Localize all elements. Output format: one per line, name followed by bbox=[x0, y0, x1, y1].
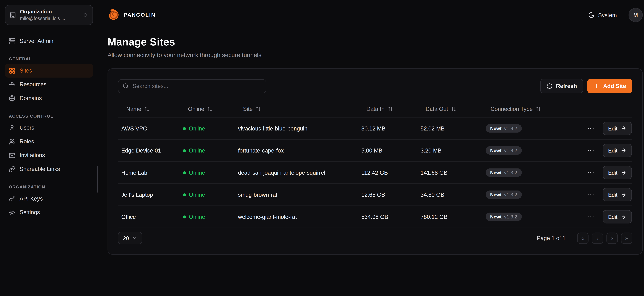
edit-button[interactable]: Edit bbox=[603, 166, 632, 179]
conn-version: v1.3.2 bbox=[504, 148, 517, 153]
edit-button[interactable]: Edit bbox=[603, 188, 632, 201]
refresh-label: Refresh bbox=[556, 83, 577, 89]
site-slug: vivacious-little-blue-penguin bbox=[235, 125, 358, 132]
site-status: Online bbox=[180, 192, 235, 198]
section-label-access-control: ACCESS CONTROL bbox=[9, 113, 93, 118]
chevron-left-icon: ‹ bbox=[596, 235, 598, 241]
table-footer: 20 Page 1 of 1 « ‹ › » bbox=[118, 232, 632, 244]
edit-button[interactable]: Edit bbox=[603, 144, 632, 157]
row-menu-button[interactable]: ⋯ bbox=[586, 190, 596, 200]
edit-button[interactable]: Edit bbox=[603, 210, 632, 224]
row-actions: ⋯ Edit bbox=[582, 122, 633, 135]
plus-icon bbox=[594, 83, 600, 89]
avatar[interactable]: M bbox=[628, 8, 643, 22]
row-menu-button[interactable]: ⋯ bbox=[586, 167, 596, 178]
conn-name: Newt bbox=[490, 126, 502, 131]
column-header-data-out[interactable]: Data Out bbox=[417, 106, 482, 112]
sidebar-item-invitations[interactable]: Invitations bbox=[5, 148, 93, 162]
chevrons-up-down-icon bbox=[82, 12, 88, 18]
link-icon bbox=[9, 166, 16, 172]
section-label-general: GENERAL bbox=[9, 56, 93, 61]
pagination: Page 1 of 1 « ‹ › » bbox=[537, 232, 632, 244]
last-page-button[interactable]: » bbox=[621, 232, 632, 244]
org-value: milo@fossorial.io's ... bbox=[20, 15, 79, 22]
row-menu-button[interactable]: ⋯ bbox=[586, 145, 596, 156]
data-in-value: 30.12 MB bbox=[358, 125, 417, 132]
sites-card: Refresh Add Site Name Onl bbox=[108, 68, 643, 255]
sort-icon bbox=[144, 106, 150, 112]
site-name: Office bbox=[118, 214, 180, 220]
theme-toggle[interactable]: System bbox=[586, 11, 620, 19]
add-site-button[interactable]: Add Site bbox=[587, 79, 632, 94]
org-selector-text: Organization milo@fossorial.io's ... bbox=[20, 9, 79, 21]
sidebar-item-label: Shareable Links bbox=[20, 166, 60, 172]
server-icon bbox=[9, 38, 16, 44]
sidebar-item-label: Settings bbox=[20, 209, 40, 216]
site-name: Edge Device 01 bbox=[118, 147, 180, 154]
sidebar-item-settings[interactable]: Settings bbox=[5, 206, 93, 219]
moon-icon bbox=[588, 12, 595, 18]
table-row: Home Lab Online dead-san-joaquin-antelop… bbox=[118, 162, 632, 184]
sidebar-item-domains[interactable]: Domains bbox=[5, 91, 93, 105]
data-in-value: 5.00 MB bbox=[358, 147, 417, 154]
conn-version: v1.3.2 bbox=[504, 192, 517, 197]
row-actions: ⋯ Edit bbox=[582, 144, 633, 157]
sidebar-item-label: Server Admin bbox=[20, 38, 53, 44]
next-page-button[interactable]: › bbox=[606, 232, 618, 244]
org-label: Organization bbox=[20, 9, 79, 15]
data-in-value: 12.65 GB bbox=[358, 192, 417, 198]
refresh-icon bbox=[546, 83, 553, 89]
building-icon bbox=[10, 12, 16, 18]
top-bar-right: System M bbox=[586, 8, 643, 22]
data-out-value: 34.80 GB bbox=[417, 192, 482, 198]
site-slug: welcome-giant-mole-rat bbox=[235, 214, 358, 220]
column-header-online[interactable]: Online bbox=[180, 106, 235, 112]
sidebar-item-label: Sites bbox=[20, 68, 32, 74]
column-header-data-in[interactable]: Data In bbox=[358, 106, 417, 112]
user-icon bbox=[9, 124, 16, 131]
row-menu-button[interactable]: ⋯ bbox=[586, 212, 596, 222]
connection-type-cell: Newtv1.3.2 bbox=[482, 190, 582, 199]
globe-icon bbox=[9, 95, 16, 102]
site-status: Online bbox=[180, 214, 235, 220]
sidebar-item-server-admin[interactable]: Server Admin bbox=[5, 34, 93, 48]
sidebar-item-api-keys[interactable]: API Keys bbox=[5, 192, 93, 206]
edit-button[interactable]: Edit bbox=[603, 122, 632, 135]
sidebar-item-roles[interactable]: Roles bbox=[5, 134, 93, 148]
status-text: Online bbox=[189, 192, 205, 198]
sidebar-item-label: Resources bbox=[20, 81, 46, 88]
prev-page-button[interactable]: ‹ bbox=[592, 232, 603, 244]
chevrons-right-icon: » bbox=[625, 235, 628, 241]
sidebar-scrollbar[interactable] bbox=[97, 166, 98, 192]
sort-icon bbox=[388, 106, 393, 112]
sidebar-item-label: API Keys bbox=[20, 196, 43, 202]
brand-name: PANGOLIN bbox=[124, 12, 156, 18]
sort-icon bbox=[536, 106, 541, 112]
chevrons-left-icon: « bbox=[582, 235, 584, 241]
refresh-button[interactable]: Refresh bbox=[540, 79, 583, 94]
sidebar-item-label: Domains bbox=[20, 95, 42, 101]
row-actions: ⋯ Edit bbox=[582, 166, 633, 179]
column-header-site[interactable]: Site bbox=[235, 106, 358, 112]
app-window: Organization milo@fossorial.io's ... Ser… bbox=[0, 0, 644, 296]
gear-icon bbox=[9, 209, 16, 216]
sidebar-item-resources[interactable]: Resources bbox=[5, 78, 93, 91]
conn-name: Newt bbox=[490, 214, 502, 219]
search-input[interactable] bbox=[118, 79, 266, 93]
ellipsis-icon: ⋯ bbox=[587, 146, 594, 154]
page-size-select[interactable]: 20 bbox=[118, 232, 142, 244]
data-in-value: 112.42 GB bbox=[358, 170, 417, 176]
online-dot-icon bbox=[183, 127, 186, 130]
sidebar-item-users[interactable]: Users bbox=[5, 121, 93, 134]
sidebar-item-shareable-links[interactable]: Shareable Links bbox=[5, 162, 93, 176]
row-menu-button[interactable]: ⋯ bbox=[586, 123, 596, 134]
site-status: Online bbox=[180, 147, 235, 154]
sidebar-item-label: Roles bbox=[20, 138, 34, 145]
column-header-connection-type[interactable]: Connection Type bbox=[482, 106, 582, 112]
org-selector[interactable]: Organization milo@fossorial.io's ... bbox=[5, 5, 93, 25]
site-slug: smug-brown-rat bbox=[235, 192, 358, 198]
conn-version: v1.3.2 bbox=[504, 214, 517, 219]
column-header-name[interactable]: Name bbox=[118, 106, 180, 112]
first-page-button[interactable]: « bbox=[577, 232, 588, 244]
sidebar-item-sites[interactable]: Sites bbox=[5, 64, 93, 78]
